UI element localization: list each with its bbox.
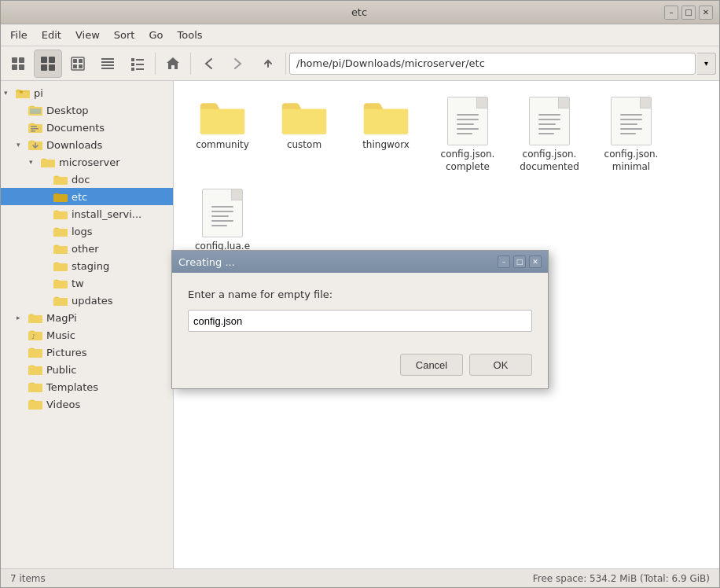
dialog-buttons: Cancel OK [172,347,548,388]
creating-dialog: Creating ... – □ ✕ Enter a name for empt… [171,250,549,389]
dialog-cancel-button[interactable]: Cancel [400,354,463,376]
dialog-maximize-button[interactable]: □ [513,255,526,268]
dialog-minimize-button[interactable]: – [498,255,510,268]
dialog-ok-button[interactable]: OK [469,354,532,376]
dialog-close-button[interactable]: ✕ [529,255,542,268]
dialog-filename-input[interactable] [188,310,532,332]
dialog-prompt-label: Enter a name for empty file: [188,288,532,300]
dialog-title-bar: Creating ... – □ ✕ [172,251,548,273]
dialog-title: Creating ... [178,256,235,268]
dialog-title-controls: – □ ✕ [498,255,542,268]
dialog-overlay: Creating ... – □ ✕ Enter a name for empt… [0,0,720,588]
dialog-content: Enter a name for empty file: [172,273,548,347]
